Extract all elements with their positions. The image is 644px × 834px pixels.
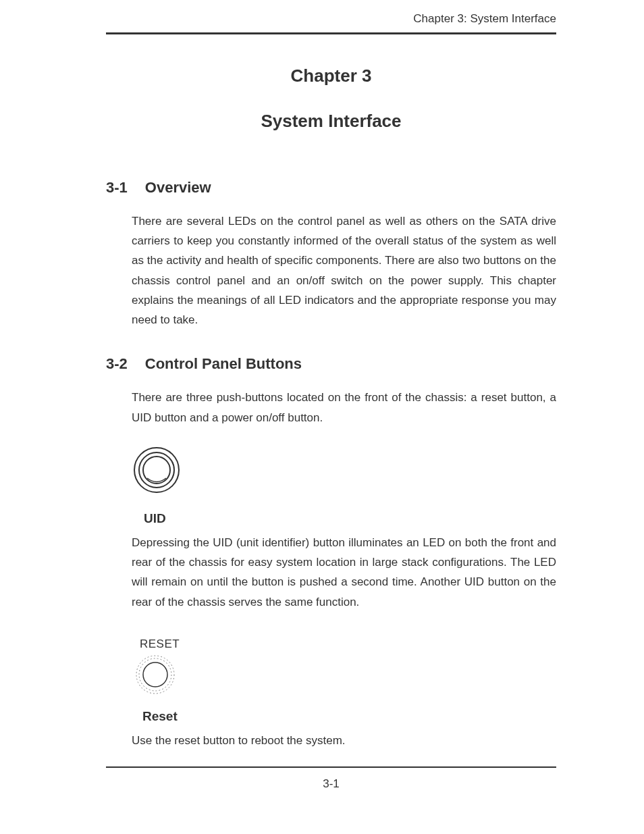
section-title: Control Panel Buttons	[145, 355, 302, 373]
header-rule	[106, 32, 556, 34]
reset-button-icon	[134, 654, 176, 696]
svg-point-4	[139, 658, 171, 691]
svg-point-3	[136, 656, 174, 694]
buttons-intro: There are three push-buttons located on …	[132, 388, 556, 427]
uid-button-icon	[133, 446, 180, 494]
uid-heading: UID	[144, 511, 556, 526]
chapter-number: Chapter 3	[106, 66, 556, 86]
reset-figure: RESET	[132, 637, 556, 705]
section-number: 3-1	[106, 179, 128, 197]
page-footer: 3-1	[106, 766, 556, 791]
page-number: 3-1	[106, 777, 556, 791]
running-header: Chapter 3: System Interface	[106, 12, 556, 32]
section-number: 3-2	[106, 355, 128, 373]
chapter-title: System Interface	[106, 111, 556, 132]
section-title: Overview	[145, 179, 211, 197]
section-heading-overview: 3-1 Overview	[106, 179, 556, 197]
section-heading-buttons: 3-2 Control Panel Buttons	[106, 355, 556, 373]
svg-point-0	[134, 448, 179, 492]
uid-body: Depressing the UID (unit identifier) but…	[132, 533, 556, 612]
reset-heading: Reset	[142, 709, 556, 724]
svg-point-5	[143, 662, 167, 687]
footer-rule	[106, 766, 556, 768]
reset-body: Use the reset button to reboot the syste…	[132, 731, 556, 750]
overview-body: There are several LEDs on the control pa…	[132, 211, 556, 330]
uid-figure	[132, 446, 556, 506]
reset-top-label: RESET	[140, 637, 556, 651]
svg-point-2	[143, 457, 170, 484]
